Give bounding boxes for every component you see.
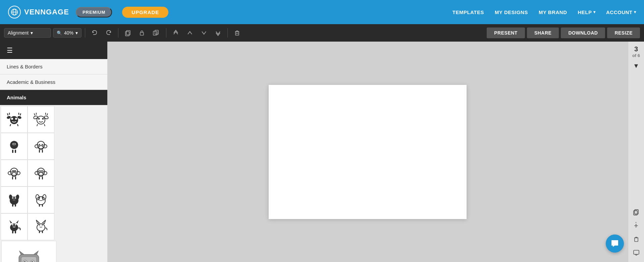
icons-col-large <box>1 240 57 262</box>
brand-name: VENNGAGE <box>24 8 69 16</box>
duplicate-button[interactable] <box>150 28 163 38</box>
icon-crab-filled[interactable] <box>1 106 28 133</box>
sidebar-item-lines-borders[interactable]: Lines & Borders <box>0 59 107 74</box>
redo-button[interactable] <box>103 28 115 38</box>
svg-rect-3 <box>125 32 129 36</box>
svg-marker-84 <box>43 220 46 224</box>
icon-sheep-outline2[interactable] <box>1 160 28 187</box>
comment-button[interactable] <box>630 247 642 259</box>
move-down-button[interactable] <box>198 28 210 38</box>
svg-point-79 <box>42 198 43 199</box>
account-chevron: ▾ <box>634 10 636 14</box>
svg-rect-129 <box>635 210 638 214</box>
help-chevron: ▾ <box>593 10 596 14</box>
icon-sheep-glasses-outline[interactable] <box>28 160 54 187</box>
resize-button[interactable]: RESIZE <box>607 28 640 38</box>
lock-button[interactable] <box>136 28 148 38</box>
present-button[interactable]: PRESENT <box>487 28 525 38</box>
svg-rect-22 <box>15 150 16 153</box>
svg-rect-131 <box>634 250 639 254</box>
sidebar-menu-toggle[interactable]: ☰ <box>0 42 107 59</box>
move-up-button[interactable] <box>184 28 196 38</box>
svg-rect-70 <box>42 176 43 179</box>
svg-rect-71 <box>39 170 40 172</box>
svg-rect-87 <box>39 230 40 233</box>
svg-rect-50 <box>12 230 13 233</box>
svg-rect-88 <box>42 230 43 233</box>
zoom-icon: 🔍 <box>57 31 62 36</box>
premium-badge[interactable]: PREMIUM <box>76 7 112 17</box>
svg-point-24 <box>13 144 14 145</box>
icon-crab-outline[interactable] <box>28 106 54 133</box>
svg-point-52 <box>37 116 45 124</box>
icon-dog-filled[interactable] <box>1 187 28 213</box>
page-current: 3 <box>632 45 640 53</box>
svg-rect-62 <box>42 150 43 153</box>
chat-fab-button[interactable] <box>606 234 624 253</box>
zoom-select[interactable]: 🔍 40% ▾ <box>53 28 82 38</box>
svg-marker-46 <box>16 220 19 223</box>
right-panel: 3 of 6 ▾ + <box>628 42 644 262</box>
download-button[interactable]: DOWNLOAD <box>561 28 605 38</box>
svg-point-49 <box>15 224 16 225</box>
nav-account[interactable]: ACCOUNT ▾ <box>606 9 636 15</box>
upgrade-button[interactable]: UPGRADE <box>122 7 168 18</box>
svg-marker-45 <box>9 220 12 223</box>
svg-marker-83 <box>36 220 39 224</box>
svg-rect-43 <box>15 204 16 207</box>
svg-point-85 <box>39 225 40 226</box>
nav-templates[interactable]: TEMPLATES <box>452 9 484 15</box>
move-bottom-button[interactable] <box>212 28 224 38</box>
logo-area: VENNGAGE <box>8 6 69 18</box>
copy-element-button[interactable] <box>630 206 642 218</box>
toolbar: Alignment ▾ 🔍 40% ▾ PRESENT SHARE DOWNLO… <box>0 24 644 42</box>
alignment-select[interactable]: Alignment ▾ <box>4 28 51 38</box>
icon-sheep-filled[interactable] <box>1 133 28 160</box>
svg-point-55 <box>38 118 40 120</box>
svg-rect-31 <box>15 176 16 179</box>
separator2 <box>118 28 118 38</box>
canvas-page[interactable] <box>269 85 467 219</box>
nav-help[interactable]: HELP ▾ <box>578 9 595 15</box>
top-nav: VENNGAGE PREMIUM UPGRADE TEMPLATES MY DE… <box>0 0 644 24</box>
svg-point-16 <box>15 118 17 120</box>
page-of-label: of 6 <box>632 53 640 58</box>
svg-point-15 <box>11 118 13 120</box>
icon-cat-outline[interactable] <box>28 213 54 240</box>
svg-point-25 <box>15 144 16 145</box>
sidebar: ☰ Lines & Borders Academic & Business An… <box>0 42 107 262</box>
copy-page-button[interactable] <box>122 28 134 38</box>
svg-rect-21 <box>12 150 13 153</box>
icon-cat-filled[interactable] <box>1 213 28 240</box>
icon-dog-outline[interactable] <box>28 187 54 213</box>
delete-element-button[interactable] <box>630 233 642 245</box>
nav-my-designs[interactable]: MY DESIGNS <box>495 9 528 15</box>
svg-rect-30 <box>12 176 13 179</box>
svg-rect-32 <box>12 170 14 172</box>
separator3 <box>166 28 166 38</box>
icons-col-2 <box>28 106 54 240</box>
delete-button[interactable] <box>231 28 243 38</box>
canvas-area <box>107 42 628 262</box>
sidebar-item-academic-business[interactable]: Academic & Business <box>0 74 107 90</box>
svg-point-86 <box>42 225 43 226</box>
icon-sheep-outline[interactable] <box>28 133 54 160</box>
move-top-button[interactable] <box>170 28 182 38</box>
svg-point-48 <box>12 224 13 225</box>
more-options-button[interactable]: ⋮ <box>633 220 639 228</box>
svg-rect-4 <box>126 31 130 35</box>
icon-robot-cat-large[interactable] <box>1 241 56 262</box>
svg-rect-80 <box>39 204 40 207</box>
page-down-button[interactable]: ▾ <box>630 60 642 72</box>
undo-button[interactable] <box>89 28 101 38</box>
nav-links: TEMPLATES MY DESIGNS MY BRAND HELP ▾ ACC… <box>452 9 636 15</box>
nav-my-brand[interactable]: MY BRAND <box>539 9 567 15</box>
separator4 <box>227 28 228 38</box>
logo-icon <box>8 6 21 18</box>
svg-rect-72 <box>41 170 43 172</box>
share-button[interactable]: SHARE <box>527 28 559 38</box>
sidebar-item-animals[interactable]: Animals <box>0 90 107 105</box>
separator1 <box>85 28 85 38</box>
svg-rect-51 <box>15 230 16 233</box>
svg-rect-8 <box>157 31 158 35</box>
